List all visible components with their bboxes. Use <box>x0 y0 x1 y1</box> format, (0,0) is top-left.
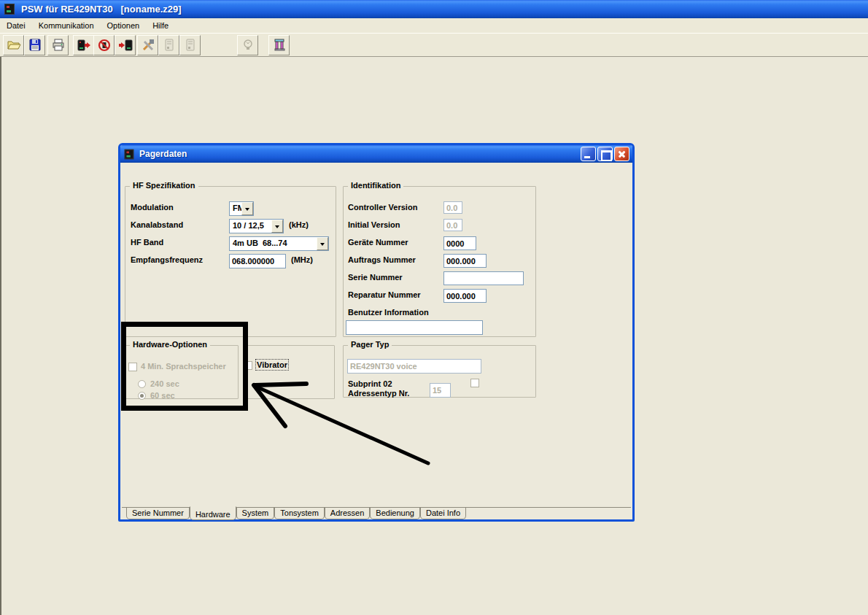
menu-bar: Datei Kommunikation Optionen Hilfe <box>0 18 868 33</box>
tab-bedienung[interactable]: Bedienung <box>370 508 420 519</box>
lamp-icon <box>241 38 255 53</box>
group-title: Pager Typ <box>348 340 392 349</box>
serie-nummer-input[interactable] <box>443 271 524 285</box>
empfangsfrequenz-input[interactable] <box>229 254 286 268</box>
kanalabstand-unit: (kHz) <box>289 220 309 229</box>
benutzer-information-label: Benutzer Information <box>348 308 429 317</box>
pager-write-icon <box>77 38 91 53</box>
pager-typ-input <box>347 359 481 374</box>
group-title: Identifikation <box>348 181 403 190</box>
application-window: { "window": { "title": "PSW für RE429NT3… <box>0 0 868 615</box>
initial-version-input <box>443 219 462 231</box>
close-button[interactable] <box>614 147 629 161</box>
statistics-button[interactable] <box>268 35 290 55</box>
dialog-tabbar: Serie Nummer Hardware System Tonsystem A… <box>122 507 631 520</box>
window-left-border <box>0 0 1 615</box>
menu-kommunikation[interactable]: Kommunikation <box>34 20 98 31</box>
initial-version-label: Initial Version <box>348 220 400 229</box>
pager-read-icon <box>118 38 133 53</box>
maximize-button[interactable] <box>597 147 613 161</box>
auftrags-nummer-input[interactable] <box>443 254 487 268</box>
serie-nummer-label: Serie Nummer <box>348 273 403 282</box>
minimize-button[interactable] <box>581 147 596 161</box>
menu-optionen[interactable]: Optionen <box>103 20 144 31</box>
dialog-titlebar[interactable]: Pagerdaten <box>120 145 632 163</box>
controller-version-input <box>443 201 462 214</box>
pager-typ-checkbox <box>470 379 479 387</box>
reparatur-nummer-label: Reparatur Nummer <box>348 290 421 299</box>
subprint-label-line1: Subprint 02 <box>348 379 392 388</box>
dropdown-arrow-icon[interactable] <box>241 202 253 215</box>
modulation-label: Modulation <box>131 203 174 212</box>
vibrator-label[interactable]: Vibrator <box>257 360 287 369</box>
hfband-select[interactable]: 4m UB 68...74 <box>229 236 329 251</box>
lamp-button <box>237 35 258 55</box>
print-button[interactable] <box>47 35 69 55</box>
dialog-window-controls <box>581 147 629 161</box>
hfband-label: HF Band <box>131 238 163 247</box>
menu-datei[interactable]: Datei <box>2 20 30 31</box>
group-title: HF Spezifikation <box>130 181 198 190</box>
write-to-pager-button[interactable] <box>73 35 94 55</box>
kanalabstand-value: 10 / 12,5 <box>230 220 271 233</box>
benutzer-information-input[interactable] <box>346 320 483 335</box>
save-icon <box>28 38 42 53</box>
annotation-rectangle <box>121 322 248 411</box>
print-icon <box>51 38 66 53</box>
hfband-value: 4m UB 68...74 <box>230 237 317 250</box>
tab-system[interactable]: System <box>236 508 275 519</box>
tab-hardware[interactable]: Hardware <box>190 506 236 520</box>
tab-tonsystem[interactable]: Tonsystem <box>274 508 325 519</box>
tab-datei-info[interactable]: Datei Info <box>420 508 466 519</box>
dialog-title: Pagerdaten <box>139 149 187 159</box>
open-file-button[interactable] <box>3 35 24 55</box>
adressentyp-input <box>430 383 451 398</box>
modulation-select[interactable]: FM <box>229 201 254 216</box>
kanalabstand-label: Kanalabstand <box>131 220 183 229</box>
abort-button[interactable] <box>93 35 115 55</box>
tab-adressen[interactable]: Adressen <box>325 508 370 519</box>
dropdown-arrow-icon[interactable] <box>271 220 283 233</box>
modulation-value: FM <box>230 202 241 215</box>
geraete-nummer-input[interactable] <box>443 236 476 250</box>
toolbar <box>0 33 868 57</box>
menu-hilfe[interactable]: Hilfe <box>148 20 173 31</box>
memory-card-icon <box>162 38 177 53</box>
group-vibrator <box>246 345 335 399</box>
dropdown-arrow-icon[interactable] <box>317 237 328 250</box>
memory-button-1 <box>158 35 179 55</box>
read-from-pager-button[interactable] <box>115 35 136 55</box>
app-title: PSW für RE429NT30 [noname.z29] <box>21 4 182 15</box>
reparatur-nummer-input[interactable] <box>443 289 487 303</box>
tab-serie-nummer[interactable]: Serie Nummer <box>126 508 190 519</box>
tools-button[interactable] <box>137 35 158 55</box>
controller-version-label: Controller Version <box>348 203 417 212</box>
empfangsfrequenz-label: Empfangsfrequenz <box>131 255 203 264</box>
kanalabstand-select[interactable]: 10 / 12,5 <box>229 219 284 233</box>
abort-icon <box>97 38 112 53</box>
memory-card-icon <box>183 38 198 53</box>
geraete-nummer-label: Geräte Nummer <box>348 238 408 247</box>
tools-icon <box>141 38 155 53</box>
main-titlebar: PSW für RE429NT30 [noname.z29] <box>0 0 868 18</box>
empfangsfrequenz-unit: (MHz) <box>291 255 313 264</box>
dialog-pager-icon <box>125 149 134 159</box>
statistics-icon <box>272 38 287 53</box>
save-file-button[interactable] <box>24 35 45 55</box>
memory-button-2 <box>179 35 201 55</box>
auftrags-nummer-label: Auftrags Nummer <box>348 255 416 264</box>
open-folder-icon <box>7 38 21 53</box>
app-pager-icon <box>4 4 15 15</box>
subprint-label-line2: Adressentyp Nr. <box>348 389 409 398</box>
